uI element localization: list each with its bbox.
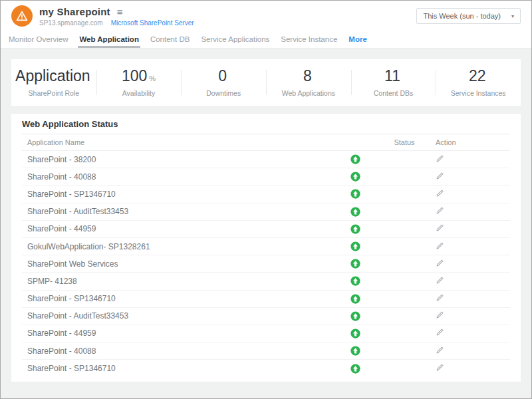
stat-label: Service Instances [436, 89, 521, 97]
period-dropdown-value: This Week (sun - today) [423, 12, 501, 20]
table-row[interactable]: SharePoint - 44959 [22, 325, 510, 342]
application-name: SharePoint - AuditTest33453 [22, 207, 332, 216]
stat-label: SharePoint Role [11, 89, 96, 97]
application-name: SharePoint - 40088 [22, 172, 332, 182]
status-up-icon [332, 294, 378, 304]
application-name: SharePoint - 44959 [22, 224, 332, 233]
table-row[interactable]: SharePoint - AuditTest33453 [22, 308, 510, 325]
stat-value: 11 [384, 67, 400, 84]
section-title: Web Application Status [22, 114, 510, 134]
table-body: SharePoint - 38200 SharePoint - 40088 [11, 151, 521, 377]
status-up-icon [332, 189, 378, 199]
table-row[interactable]: SPMP- 41238 [22, 273, 510, 290]
column-header-application-name: Application Name [22, 138, 332, 146]
tab-bar: Monitor OverviewWeb ApplicationContent D… [1, 31, 531, 49]
monitor-warning-icon [11, 5, 33, 27]
edit-pencil-icon[interactable] [436, 223, 444, 232]
table-row[interactable]: SharePoint - SP1346710 [22, 360, 510, 377]
stat-web-applications: 8 Web Applications [266, 59, 351, 106]
status-up-icon [332, 172, 378, 182]
menu-icon[interactable]: ≡ [117, 7, 123, 17]
application-name: SharePoint Web Services [22, 259, 332, 269]
edit-pencil-icon[interactable] [436, 241, 444, 250]
table-row[interactable]: SharePoint - 44959 [22, 221, 510, 238]
application-name: SharePoint - SP1346710 [22, 190, 332, 199]
edit-pencil-icon[interactable] [436, 328, 444, 336]
stat-value: 22 [469, 67, 486, 84]
content-area: Application SharePoint Role 100% Availab… [1, 49, 531, 398]
summary-stats-card: Application SharePoint Role 100% Availab… [11, 59, 521, 106]
tab-service-instance[interactable]: Service Instance [279, 31, 338, 48]
status-up-icon [332, 224, 378, 234]
application-name: SPMP- 41238 [22, 277, 332, 286]
edit-pencil-icon[interactable] [436, 206, 444, 215]
table-row[interactable]: GokulWebApplication- SP1328261 [22, 238, 510, 255]
table-row[interactable]: SharePoint - 40088 [22, 342, 510, 360]
stat-content-dbs: 11 Content DBs [351, 59, 436, 106]
table-header-row: Application Name Status Action [22, 134, 510, 151]
status-up-icon [332, 346, 378, 356]
edit-pencil-icon[interactable] [436, 276, 444, 285]
title-block: my Sharepoint ≡ SP13.spmanage.com Micros… [39, 6, 194, 27]
status-up-icon [332, 329, 378, 338]
tab-service-applications[interactable]: Service Applications [200, 31, 271, 48]
table-row[interactable]: SharePoint - SP1346710 [22, 291, 510, 308]
edit-pencil-icon[interactable] [436, 172, 444, 180]
edit-pencil-icon[interactable] [436, 346, 444, 354]
table-row[interactable]: SharePoint - AuditTest33453 [22, 203, 510, 221]
edit-pencil-icon[interactable] [436, 363, 444, 372]
period-dropdown[interactable]: This Week (sun - today) ▾ [416, 8, 521, 24]
edit-pencil-icon[interactable] [436, 293, 444, 302]
status-up-icon [332, 259, 378, 269]
stat-value: 100 [122, 67, 147, 84]
stat-service-instances: 22 Service Instances [436, 59, 521, 106]
edit-pencil-icon[interactable] [436, 189, 444, 198]
table-row[interactable]: SharePoint - SP1346710 [22, 186, 510, 203]
application-name: SharePoint - 44959 [22, 329, 332, 338]
edit-pencil-icon[interactable] [436, 311, 444, 319]
stat-sharepoint-role: Application SharePoint Role [11, 59, 96, 106]
application-name: GokulWebApplication- SP1328261 [22, 242, 332, 251]
stat-label: Downtimes [181, 89, 266, 97]
stat-value: 8 [303, 67, 312, 84]
table-row[interactable]: SharePoint Web Services [22, 255, 510, 273]
status-up-icon [332, 154, 378, 164]
stat-value: 0 [218, 67, 227, 84]
status-up-icon [332, 364, 378, 374]
application-name: SharePoint - SP1346710 [22, 364, 332, 373]
application-name: SharePoint - 40088 [22, 346, 332, 356]
edit-pencil-icon[interactable] [436, 154, 444, 163]
monitor-type-link[interactable]: Microsoft SharePoint Server [111, 19, 194, 27]
tab-web-application[interactable]: Web Application [78, 31, 140, 48]
hostname-label: SP13.spmanage.com [39, 19, 103, 27]
stat-value: Application [15, 67, 90, 84]
stat-label: Web Applications [266, 89, 351, 97]
table-row[interactable]: SharePoint - 40088 [22, 168, 510, 186]
header: my Sharepoint ≡ SP13.spmanage.com Micros… [1, 1, 531, 31]
table-row[interactable]: SharePoint - 38200 [22, 151, 510, 168]
stat-availability: 100% Availability [96, 59, 182, 106]
stat-label: Content DBs [351, 89, 436, 97]
status-up-icon [332, 241, 378, 251]
web-application-status-card: Web Application Status Application Name … [11, 114, 521, 382]
column-header-action: Action [430, 138, 510, 146]
edit-pencil-icon[interactable] [436, 259, 444, 267]
application-name: SharePoint - 38200 [22, 155, 332, 164]
status-up-icon [332, 276, 378, 286]
tab-content-db[interactable]: Content DB [149, 31, 191, 48]
stat-label: Availability [96, 89, 182, 97]
tab-monitor-overview[interactable]: Monitor Overview [7, 31, 69, 48]
application-name: SharePoint - SP1346710 [22, 294, 332, 303]
application-name: SharePoint - AuditTest33453 [22, 311, 332, 321]
status-up-icon [332, 311, 378, 321]
stat-unit: % [149, 74, 156, 82]
chevron-down-icon: ▾ [511, 13, 514, 19]
tab-more[interactable]: More [347, 31, 368, 48]
stat-downtimes: 0 Downtimes [181, 59, 266, 106]
status-up-icon [332, 207, 378, 217]
app-window: my Sharepoint ≡ SP13.spmanage.com Micros… [0, 0, 532, 399]
column-header-status: Status [378, 138, 430, 146]
page-title: my Sharepoint [39, 6, 110, 17]
